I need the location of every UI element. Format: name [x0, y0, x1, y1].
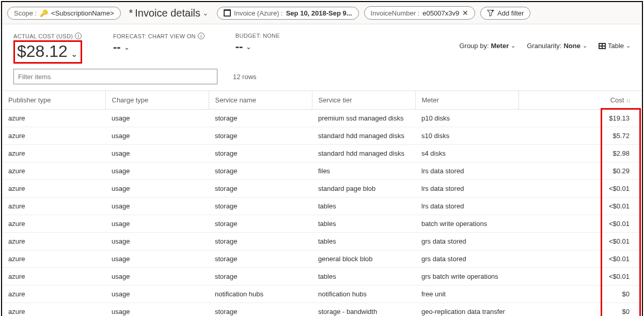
table-header-row: Publisher type Charge type Service name …: [2, 91, 642, 110]
cell-meter: s4 disks: [415, 145, 519, 162]
cell-charge: usage: [105, 162, 209, 180]
cell-meter: s10 disks: [415, 127, 519, 145]
cell-meter: lrs data stored: [415, 180, 519, 198]
chevron-down-icon: ⌄: [583, 42, 587, 49]
calendar-icon: [224, 9, 231, 17]
cell-publisher: azure: [2, 162, 105, 180]
cell-meter: lrs data stored: [415, 162, 519, 180]
groupby-dropdown[interactable]: Group by: Meter ⌄: [459, 42, 515, 50]
actual-cost-dropdown[interactable]: $28.12 ⌄: [17, 42, 77, 61]
table-row[interactable]: azureusagestoragetablesgrs data stored<$…: [2, 233, 642, 250]
cell-tier: standard page blob: [312, 180, 415, 198]
table-row[interactable]: azureusagestoragetablesgrs batch write o…: [2, 268, 642, 285]
col-cost[interactable]: Cost ↑↓: [519, 91, 642, 110]
table-row[interactable]: azureusagestoragepremium ssd managed dis…: [2, 110, 642, 127]
cell-service: notification hubs: [209, 285, 312, 303]
cell-cost: <$0.01: [519, 215, 642, 233]
cell-tier: tables: [312, 233, 415, 250]
cell-tier: storage - bandwidth: [312, 303, 415, 317]
cell-publisher: azure: [2, 250, 105, 268]
summary-row: ACTUAL COST (USD) i $28.12 ⌄ FORECAST: C…: [2, 24, 642, 67]
col-charge[interactable]: Charge type: [105, 91, 209, 110]
cell-charge: usage: [105, 215, 209, 233]
cell-service: storage: [209, 233, 312, 250]
col-publisher[interactable]: Publisher type: [2, 91, 105, 110]
cell-service: storage: [209, 215, 312, 233]
filter-items-input[interactable]: [13, 69, 217, 84]
cell-service: storage: [209, 198, 312, 215]
cell-cost: $0.29: [519, 162, 642, 180]
cell-meter: grs data stored: [415, 233, 519, 250]
cell-publisher: azure: [2, 145, 105, 162]
cell-meter: batch write operations: [415, 215, 519, 233]
chevron-down-icon: ⌄: [124, 43, 130, 51]
table-row[interactable]: azureusagestoragestandard page bloblrs d…: [2, 180, 642, 198]
table-row[interactable]: azureusagestoragefileslrs data stored$0.…: [2, 162, 642, 180]
invoice-period-label: Invoice (Azure) :: [234, 9, 283, 17]
cell-publisher: azure: [2, 285, 105, 303]
scope-pill[interactable]: Scope : 🔑 <SubscriptionName>: [7, 7, 121, 20]
table-row[interactable]: azureusagestoragegeneral block blobgrs d…: [2, 250, 642, 268]
groupby-label: Group by:: [459, 42, 489, 50]
granularity-dropdown[interactable]: Granularity: None ⌄: [527, 42, 587, 50]
cell-service: storage: [209, 303, 312, 317]
cell-cost: $5.72: [519, 127, 642, 145]
cell-service: storage: [209, 162, 312, 180]
invoice-period-pill[interactable]: Invoice (Azure) : Sep 10, 2018-Sep 9...: [217, 7, 359, 20]
cell-charge: usage: [105, 180, 209, 198]
chevron-down-icon: ⌄: [246, 43, 252, 51]
table-row[interactable]: azureusagestoragestandard hdd managed di…: [2, 145, 642, 162]
chevron-down-icon: ⌄: [71, 49, 77, 59]
chevron-down-icon: ⌄: [202, 9, 209, 17]
cell-meter: p10 disks: [415, 110, 519, 127]
cell-publisher: azure: [2, 303, 105, 317]
cell-publisher: azure: [2, 215, 105, 233]
invoice-number-pill[interactable]: InvoiceNumber : e05007x3v9 ✕: [364, 6, 476, 20]
table-row[interactable]: azureusagestoragestandard hdd managed di…: [2, 127, 642, 145]
add-filter-label: Add filter: [497, 9, 524, 17]
cell-meter: grs batch write operations: [415, 268, 519, 285]
budget-value: --: [235, 40, 243, 53]
view-mode-value: Table: [608, 42, 624, 50]
cell-publisher: azure: [2, 198, 105, 215]
granularity-value: None: [563, 42, 580, 50]
cell-cost: <$0.01: [519, 250, 642, 268]
cell-tier: standard hdd managed disks: [312, 127, 415, 145]
table-row[interactable]: azureusagestoragestorage - bandwidthgeo-…: [2, 303, 642, 317]
table-icon: [599, 43, 606, 49]
groupby-value: Meter: [491, 42, 509, 50]
cell-service: storage: [209, 268, 312, 285]
add-filter-icon: [487, 9, 494, 17]
col-tier[interactable]: Service tier: [312, 91, 415, 110]
col-meter[interactable]: Meter: [415, 91, 519, 110]
sort-icon: ↑↓: [626, 97, 630, 103]
cell-charge: usage: [105, 198, 209, 215]
table-row[interactable]: azureusagestoragetablesbatch write opera…: [2, 215, 642, 233]
cell-tier: general block blob: [312, 250, 415, 268]
cell-cost: <$0.01: [519, 180, 642, 198]
col-service[interactable]: Service name: [209, 91, 312, 110]
cell-service: storage: [209, 250, 312, 268]
cell-publisher: azure: [2, 110, 105, 127]
table-row[interactable]: azureusagestoragetableslrs data stored<$…: [2, 198, 642, 215]
info-icon[interactable]: i: [198, 33, 205, 39]
actual-cost-value: $28.12: [17, 42, 68, 61]
cell-charge: usage: [105, 233, 209, 250]
cell-cost: <$0.01: [519, 198, 642, 215]
view-name-dropdown[interactable]: * Invoice details ⌄: [126, 7, 212, 19]
remove-filter-icon[interactable]: ✕: [462, 9, 468, 17]
forecast-dropdown[interactable]: -- ⌄: [113, 40, 205, 54]
cell-tier: tables: [312, 198, 415, 215]
cell-charge: usage: [105, 127, 209, 145]
cell-cost: $2.98: [519, 145, 642, 162]
budget-dropdown[interactable]: -- ⌄: [235, 40, 280, 53]
add-filter-button[interactable]: Add filter: [480, 7, 530, 20]
cell-meter: geo-replication data transfer: [415, 303, 519, 317]
view-mode-dropdown[interactable]: Table ⌄: [599, 42, 631, 50]
view-name: Invoice details: [135, 7, 200, 19]
table-filter-row: 12 rows: [2, 67, 642, 91]
info-icon[interactable]: i: [75, 33, 82, 39]
forecast-value: --: [113, 40, 121, 54]
invoice-number-value: e05007x3v9: [422, 9, 459, 17]
table-row[interactable]: azureusagenotification hubsnotification …: [2, 285, 642, 303]
